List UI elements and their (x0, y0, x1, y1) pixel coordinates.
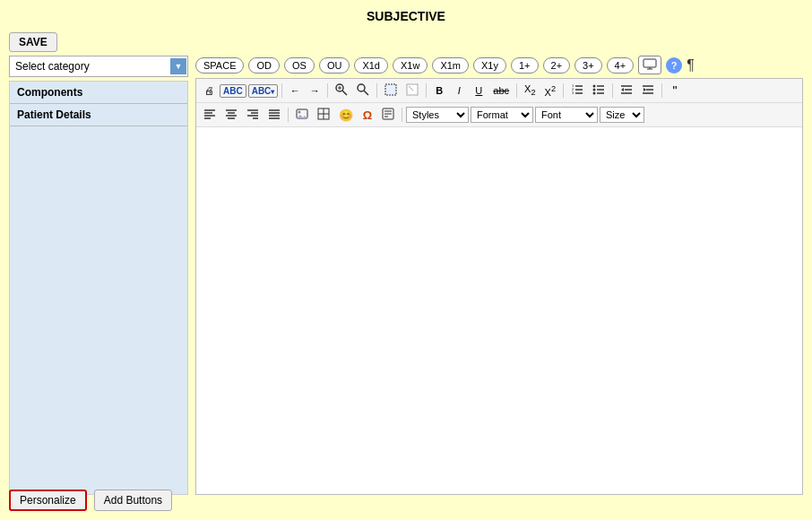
size-select[interactable]: Size (600, 107, 644, 123)
quick-btn-x1y[interactable]: X1y (473, 57, 506, 74)
styles-select[interactable]: Styles (406, 107, 469, 123)
svg-rect-9 (385, 84, 396, 95)
spellcheck-btn[interactable]: ABC (220, 84, 246, 98)
quick-btn-x1d[interactable]: X1d (354, 57, 388, 74)
help-icon[interactable]: ? (666, 57, 682, 74)
toolbar-sep-3 (376, 83, 377, 98)
top-bar: SAVE (0, 29, 812, 56)
save-button[interactable]: SAVE (9, 32, 57, 52)
select-all-btn[interactable] (381, 82, 401, 100)
quick-btn-space[interactable]: SPACE (195, 57, 244, 74)
main-content: Select category Components Patient Detai… (0, 56, 812, 495)
font-select[interactable]: Font (535, 107, 598, 123)
blockquote-btn[interactable]: " (666, 82, 684, 100)
pilcrow-icon[interactable]: ¶ (687, 57, 695, 74)
category-select-wrapper: Select category (9, 56, 188, 77)
category-select[interactable]: Select category (9, 56, 188, 77)
align-right-btn[interactable] (243, 106, 263, 124)
clear-btn[interactable] (402, 82, 422, 100)
spellcheck-options-btn[interactable]: ABC▾ (248, 84, 279, 98)
replace-btn[interactable] (353, 82, 373, 100)
svg-line-8 (364, 91, 368, 95)
quick-btn-x1m[interactable]: X1m (432, 57, 469, 74)
svg-point-23 (592, 92, 595, 95)
print-btn[interactable]: 🖨 (200, 83, 218, 98)
editor-toolbar-2: 😊 Ω Styles Format (196, 103, 802, 127)
toolbar2-sep-2 (402, 108, 402, 122)
align-left-btn[interactable] (200, 106, 220, 124)
insert-image-btn[interactable] (292, 106, 312, 124)
find-btn[interactable] (332, 82, 351, 100)
undo-btn[interactable]: ← (286, 83, 304, 98)
italic-btn[interactable]: I (450, 83, 468, 98)
svg-line-4 (342, 91, 347, 95)
insert-table-btn[interactable] (314, 106, 333, 124)
quick-btn-1plus[interactable]: 1+ (511, 57, 539, 74)
quick-btn-od[interactable]: OD (248, 57, 280, 74)
toolbar-sep-4 (426, 83, 427, 98)
svg-text:3: 3 (572, 91, 574, 95)
toolbar-sep-5 (516, 83, 517, 98)
monitor-icon (643, 58, 657, 70)
editor-container: 🖨 ABC ABC▾ ← → (195, 78, 803, 495)
editor-body[interactable] (196, 127, 802, 494)
align-justify-btn[interactable] (264, 106, 284, 124)
indent-decrease-btn[interactable] (617, 82, 636, 100)
svg-point-21 (592, 85, 595, 88)
quick-btn-x1w[interactable]: X1w (393, 57, 428, 74)
format-select[interactable]: Format (471, 107, 533, 123)
right-panel: SPACE OD OS OU X1d X1w X1m X1y 1+ 2+ 3+ … (195, 56, 803, 495)
indent-increase-btn[interactable] (638, 82, 658, 100)
insert-form-btn[interactable] (378, 106, 398, 124)
toolbar-sep-1 (281, 83, 282, 98)
toolbar-sep-2 (327, 83, 328, 98)
toolbar2-sep-1 (288, 108, 289, 122)
unordered-list-btn[interactable] (589, 82, 609, 100)
quick-btn-4plus[interactable]: 4+ (607, 57, 635, 74)
editor-toolbar-1: 🖨 ABC ABC▾ ← → (196, 79, 802, 103)
quick-btn-os[interactable]: OS (284, 57, 315, 74)
align-center-btn[interactable] (221, 106, 241, 124)
bold-btn[interactable]: B (430, 83, 448, 98)
toolbar-sep-8 (661, 83, 662, 98)
insert-omega-btn[interactable]: Ω (358, 107, 376, 124)
svg-point-7 (358, 84, 365, 91)
insert-emoji-btn[interactable]: 😊 (335, 107, 357, 124)
ordered-list-btn[interactable]: 1 2 3 (567, 82, 587, 100)
personalize-button[interactable]: Personalize (9, 490, 87, 511)
toolbar-sep-7 (612, 83, 613, 98)
underline-btn[interactable]: U (470, 83, 488, 98)
quick-btn-ou[interactable]: OU (319, 57, 350, 74)
svg-marker-31 (644, 88, 646, 91)
svg-marker-27 (621, 88, 624, 91)
component-item-patient-details[interactable]: Patient Details (10, 104, 187, 126)
svg-rect-0 (644, 59, 656, 67)
redo-btn[interactable]: → (306, 83, 324, 98)
quick-btn-3plus[interactable]: 3+ (574, 57, 602, 74)
component-list: Components Patient Details (9, 81, 188, 495)
add-buttons-button[interactable]: Add Buttons (94, 490, 172, 511)
left-panel: Select category Components Patient Detai… (9, 56, 188, 495)
quick-btn-2plus[interactable]: 2+ (543, 57, 571, 74)
strikethrough-btn[interactable]: abc (489, 83, 513, 98)
bottom-buttons: Personalize Add Buttons (9, 490, 172, 511)
toolbar-sep-6 (563, 83, 564, 98)
svg-point-22 (592, 89, 595, 91)
svg-marker-50 (297, 115, 307, 118)
svg-point-49 (298, 111, 301, 114)
superscript-btn[interactable]: X2 (541, 82, 559, 100)
page-title: SUBJECTIVE (0, 0, 812, 29)
monitor-icon-btn[interactable] (638, 56, 661, 74)
quick-buttons-row: SPACE OD OS OU X1d X1w X1m X1y 1+ 2+ 3+ … (195, 56, 803, 74)
subscript-btn[interactable]: X2 (521, 82, 539, 99)
component-item-components[interactable]: Components (10, 82, 187, 104)
